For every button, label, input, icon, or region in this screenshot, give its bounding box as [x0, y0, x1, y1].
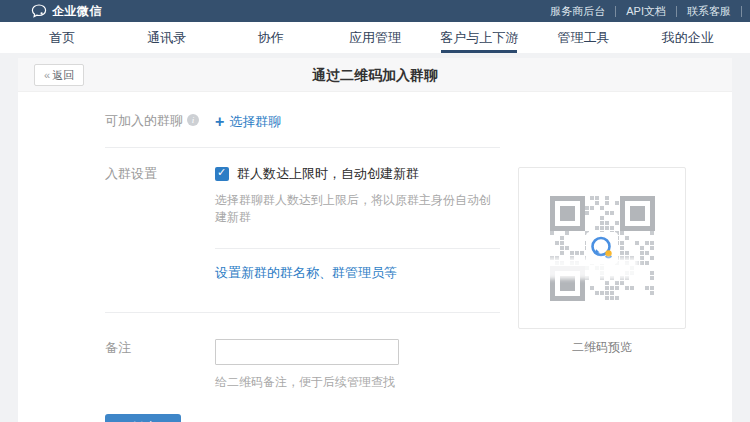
- active-tab-underline: [441, 50, 517, 53]
- tab-customers-updownstream[interactable]: 客户与上下游: [427, 22, 531, 53]
- back-chevron-icon: «: [44, 69, 50, 81]
- joinable-groups-label: 可加入的群聊: [105, 112, 183, 130]
- tab-label: 协作: [258, 29, 284, 47]
- tab-home[interactable]: 首页: [10, 22, 114, 53]
- tab-label: 管理工具: [558, 29, 610, 47]
- tab-my-enterprise[interactable]: 我的企业: [636, 22, 740, 53]
- select-group-link-label: 选择群聊: [229, 114, 281, 129]
- auto-create-checkbox-label[interactable]: 群人数达上限时，自动创建新群: [237, 165, 419, 183]
- top-bar: 企业微信 服务商后台 API文档 联系客服: [0, 0, 750, 22]
- tab-label: 客户与上下游: [440, 29, 518, 47]
- auto-create-checkbox[interactable]: [215, 167, 229, 181]
- join-settings-label: 入群设置: [105, 165, 157, 183]
- info-icon[interactable]: i: [187, 114, 199, 126]
- section-join-settings: 入群设置 群人数达上限时，自动创建新群 选择群聊群人数达到上限后，将以原群主身份…: [105, 148, 500, 313]
- remark-input[interactable]: [215, 339, 399, 365]
- tab-contacts[interactable]: 通讯录: [114, 22, 218, 53]
- tab-app-management[interactable]: 应用管理: [323, 22, 427, 53]
- chat-bubble-logo-icon: [31, 4, 47, 18]
- qr-preview-caption: 二维码预览: [518, 339, 686, 356]
- remark-label: 备注: [105, 339, 131, 357]
- auto-create-helper-text: 选择群聊群人数达到上限后，将以原群主身份自动创建新群: [215, 192, 500, 226]
- join-settings-control: 群人数达上限时，自动创建新群 选择群聊群人数达到上限后，将以原群主身份自动创建新…: [215, 165, 500, 312]
- page-title: 通过二维码加入群聊: [18, 58, 732, 92]
- top-links: 服务商后台 API文档 联系客服: [540, 6, 742, 17]
- plus-icon: +: [215, 113, 224, 130]
- wecom-logo[interactable]: 企业微信: [31, 3, 102, 20]
- remark-control: 给二维码备注，便于后续管理查找: [215, 339, 399, 391]
- qr-preview-box: [518, 167, 686, 329]
- primary-nav: 首页 通讯录 协作 应用管理 客户与上下游 管理工具 我的企业: [0, 22, 750, 53]
- wecom-admin-page: 企业微信 服务商后台 API文档 联系客服 首页 通讯录 协作 应用管理 客户与…: [0, 0, 750, 422]
- back-button[interactable]: «返回: [34, 64, 84, 86]
- tab-collaboration[interactable]: 协作: [219, 22, 323, 53]
- card-header: «返回 通过二维码加入群聊: [18, 58, 732, 92]
- link-api-docs[interactable]: API文档: [616, 6, 677, 17]
- content-card: «返回 通过二维码加入群聊 可加入的群聊 i +选择群聊: [18, 58, 732, 422]
- back-label: 返回: [52, 69, 74, 81]
- card-body: 可加入的群聊 i +选择群聊 入群设置 群人数达上限时，: [18, 92, 732, 421]
- tab-label: 首页: [49, 29, 75, 47]
- tab-label: 通讯录: [147, 29, 186, 47]
- link-service-provider-console[interactable]: 服务商后台: [540, 6, 616, 17]
- form-column: 可加入的群聊 i +选择群聊 入群设置 群人数达上限时，: [105, 92, 500, 422]
- row-joinable-groups: 可加入的群聊 i +选择群聊: [105, 92, 500, 148]
- tab-label: 应用管理: [349, 29, 401, 47]
- row-remark: 备注 给二维码备注，便于后续管理查找: [105, 313, 500, 391]
- create-button[interactable]: 创建: [105, 414, 181, 422]
- remark-helper-text: 给二维码备注，便于后续管理查找: [215, 374, 399, 391]
- remark-label-wrap: 备注: [105, 339, 215, 391]
- auto-create-option: 群人数达上限时，自动创建新群: [215, 165, 500, 183]
- join-settings-label-wrap: 入群设置: [105, 165, 215, 312]
- tab-label: 我的企业: [662, 29, 714, 47]
- tab-management-tools[interactable]: 管理工具: [531, 22, 635, 53]
- joinable-groups-control: +选择群聊: [215, 112, 281, 131]
- new-group-settings-row: 设置新群的群名称、群管理员等: [215, 249, 500, 312]
- link-contact-support[interactable]: 联系客服: [677, 6, 742, 17]
- new-group-settings-link[interactable]: 设置新群的群名称、群管理员等: [215, 265, 397, 280]
- select-group-link[interactable]: +选择群聊: [215, 114, 281, 129]
- logo-text: 企业微信: [52, 3, 102, 20]
- qr-watermark-blur: [545, 258, 639, 279]
- joinable-groups-label-wrap: 可加入的群聊 i: [105, 112, 215, 131]
